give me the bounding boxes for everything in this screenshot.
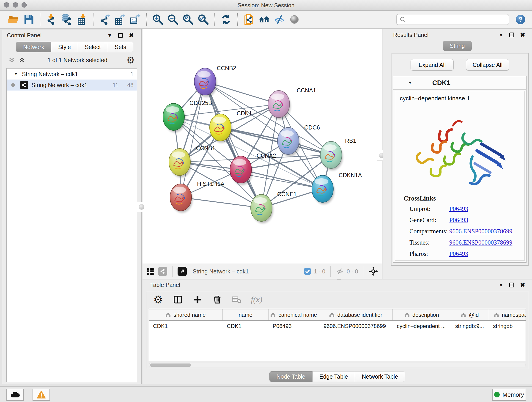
birds-eye-grid-icon[interactable] bbox=[146, 267, 155, 276]
network-edge[interactable] bbox=[220, 128, 331, 155]
column-header-shared-name[interactable]: shared name bbox=[149, 309, 223, 320]
network-options-gear-icon[interactable]: ⚙ bbox=[127, 56, 135, 65]
panel-float-icon[interactable] bbox=[509, 32, 514, 37]
scrollbar-thumb[interactable] bbox=[150, 364, 191, 367]
column-header-namespac[interactable]: namespac bbox=[489, 309, 526, 320]
crosslink-link[interactable]: 9606.ENSP00000378699 bbox=[449, 239, 512, 246]
column-header-database-identifier[interactable]: database identifier bbox=[319, 309, 393, 320]
tab-style[interactable]: Style bbox=[51, 42, 78, 52]
gear-icon[interactable]: ⚙ bbox=[153, 294, 163, 305]
protein-expander-icon[interactable]: ▼ bbox=[408, 80, 412, 85]
panel-collapse-icon[interactable]: ▼ bbox=[107, 33, 112, 38]
panel-float-icon[interactable] bbox=[509, 283, 514, 287]
search-input[interactable] bbox=[408, 16, 506, 23]
network-edge[interactable] bbox=[181, 197, 261, 208]
tree-expander-icon[interactable]: ▼ bbox=[14, 72, 18, 76]
home-icon[interactable] bbox=[258, 13, 270, 26]
memory-button[interactable]: Memory bbox=[492, 389, 526, 401]
collapse-all-button[interactable]: Collapse All bbox=[466, 59, 509, 70]
table-cell[interactable]: stringdb bbox=[489, 321, 526, 332]
fit-selected-crosshair-icon[interactable] bbox=[368, 267, 378, 276]
tab-sets[interactable]: Sets bbox=[108, 42, 133, 52]
network-node-HIST1H1A[interactable]: HIST1H1A bbox=[170, 181, 225, 213]
export-table-icon[interactable] bbox=[114, 13, 126, 26]
hide-eye-icon[interactable] bbox=[273, 13, 285, 26]
split-columns-icon[interactable] bbox=[172, 294, 183, 305]
warning-icon[interactable] bbox=[32, 389, 50, 401]
network-edge[interactable] bbox=[181, 82, 205, 197]
hidden-eye-icon[interactable] bbox=[336, 267, 344, 275]
column-type-icon bbox=[271, 313, 276, 317]
panel-collapse-icon[interactable]: ▼ bbox=[499, 32, 503, 37]
network-edge[interactable] bbox=[241, 170, 323, 189]
share-view-icon[interactable] bbox=[158, 267, 167, 276]
tab-network[interactable]: Network bbox=[16, 42, 51, 52]
collapse-all-networks-icon[interactable] bbox=[8, 57, 15, 64]
column-header--id[interactable]: @id bbox=[451, 309, 489, 320]
zoom-out-icon[interactable] bbox=[167, 13, 179, 26]
table-cell[interactable]: stringdb:9... bbox=[451, 321, 489, 332]
import-network-icon[interactable] bbox=[46, 13, 57, 26]
add-column-icon[interactable] bbox=[192, 294, 203, 305]
table-row[interactable]: CDK1CDK1P064939606.ENSP00000378699cyclin… bbox=[149, 321, 526, 332]
network-node-CCNA1[interactable]: CCNA1 bbox=[268, 87, 316, 119]
network-node-CCNE1[interactable]: CCNE1 bbox=[251, 191, 297, 223]
table-cell[interactable]: 9606.ENSP00000378699 bbox=[319, 321, 393, 332]
share-document-icon[interactable] bbox=[243, 13, 255, 26]
network-row[interactable]: String Network – cdk1 11 48 bbox=[7, 80, 137, 90]
open-folder-icon[interactable] bbox=[7, 13, 19, 26]
crosslink-link[interactable]: P06493 bbox=[449, 205, 468, 212]
table-cell[interactable]: CDK1 bbox=[149, 321, 223, 332]
cloud-status-icon[interactable] bbox=[6, 389, 24, 401]
tab-edge-table[interactable]: Edge Table bbox=[312, 371, 355, 382]
panel-collapse-icon[interactable]: ▼ bbox=[499, 283, 503, 287]
tab-string[interactable]: String bbox=[443, 41, 472, 51]
network-tree: ▼ String Network – cdk1 1 String Network… bbox=[6, 68, 137, 382]
help-icon[interactable]: ? bbox=[515, 14, 526, 25]
zoom-in-icon[interactable] bbox=[152, 13, 164, 26]
crosslink-link[interactable]: P06493 bbox=[449, 250, 468, 257]
save-session-icon[interactable] bbox=[23, 13, 35, 26]
table-cell[interactable]: cyclin–dependent ... bbox=[393, 321, 451, 332]
column-header-name[interactable]: name bbox=[223, 309, 268, 320]
network-node-CDK1[interactable]: CDK1 bbox=[210, 110, 252, 143]
gray-sphere-icon[interactable] bbox=[288, 13, 300, 26]
crosslink-link[interactable]: P06493 bbox=[449, 217, 468, 224]
protein-card-header[interactable]: ▼ CDK1 bbox=[393, 76, 526, 89]
network-node-CDC6[interactable]: CDC6 bbox=[278, 124, 320, 156]
table-cell[interactable]: CDK1 bbox=[223, 321, 268, 332]
zoom-fit-icon[interactable] bbox=[182, 13, 194, 26]
tab-network-table[interactable]: Network Table bbox=[355, 371, 405, 382]
export-image-icon[interactable] bbox=[129, 13, 141, 26]
network-collection-row[interactable]: ▼ String Network – cdk1 1 bbox=[7, 69, 137, 80]
panel-close-icon[interactable]: ✖ bbox=[520, 32, 525, 38]
table-panel: Table Panel ▼ ✖ ⚙f(x) shared namenamecan… bbox=[143, 280, 532, 384]
tab-node-table[interactable]: Node Table bbox=[269, 371, 312, 382]
crosslink-link[interactable]: 9606.ENSP00000378699 bbox=[449, 228, 512, 235]
network-canvas[interactable]: CCNB2 CCNA1 CDC25B CDK1 bbox=[143, 29, 382, 264]
network-node-CCNB2[interactable]: CCNB2 bbox=[194, 65, 236, 97]
network-node-CDKN1A[interactable]: CDKN1A bbox=[312, 172, 362, 204]
crosslink-label: Pharos: bbox=[404, 250, 449, 257]
selected-checkbox-icon[interactable] bbox=[304, 268, 311, 275]
panel-close-icon[interactable]: ✖ bbox=[520, 282, 525, 288]
table-cell[interactable]: P06493 bbox=[268, 321, 319, 332]
panel-float-icon[interactable] bbox=[118, 33, 123, 38]
delete-column-icon[interactable] bbox=[212, 294, 222, 305]
column-header-canonical-name[interactable]: canonical name bbox=[268, 309, 319, 320]
tab-select[interactable]: Select bbox=[78, 42, 108, 52]
import-table-icon[interactable] bbox=[76, 13, 88, 26]
open-in-new-window-icon[interactable] bbox=[177, 267, 187, 276]
network-node-CCNA2[interactable]: CCNA2 bbox=[230, 153, 276, 185]
export-network-icon[interactable] bbox=[99, 13, 111, 26]
panel-close-icon[interactable]: ✖ bbox=[129, 32, 134, 38]
expand-all-networks-icon[interactable] bbox=[18, 57, 25, 64]
column-header-description[interactable]: description bbox=[393, 309, 451, 320]
expand-all-button[interactable]: Expand All bbox=[411, 59, 454, 70]
left-splitter-knob[interactable] bbox=[137, 202, 146, 212]
import-database-icon[interactable] bbox=[61, 13, 73, 26]
refresh-layout-icon[interactable] bbox=[220, 13, 232, 26]
network-node-RB1[interactable]: RB1 bbox=[320, 138, 356, 170]
table-hscrollbar[interactable] bbox=[149, 363, 526, 367]
zoom-selected-icon[interactable] bbox=[197, 13, 209, 26]
